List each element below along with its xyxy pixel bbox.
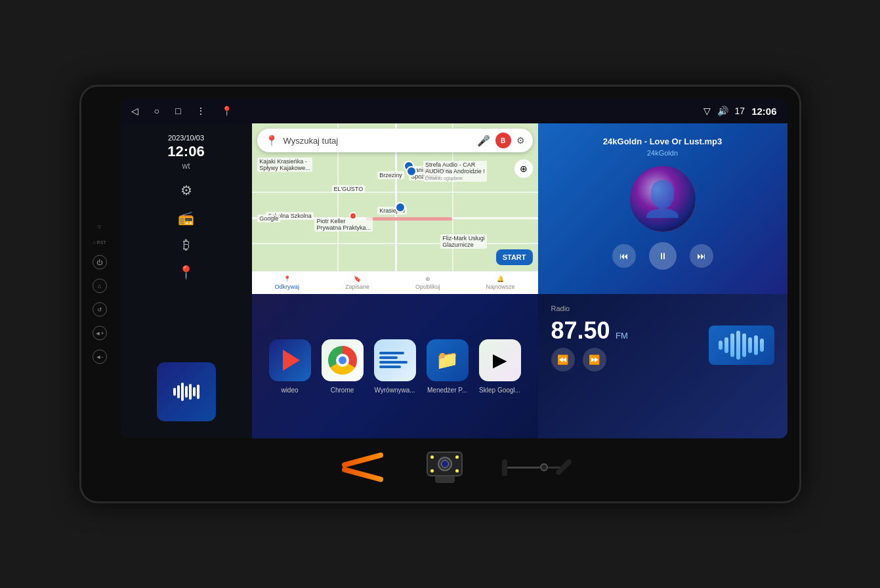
- map-label-brzeziny: Brzeziny: [377, 171, 404, 179]
- back-button[interactable]: ◁: [131, 106, 138, 116]
- map-pin-krasiejow: [395, 202, 406, 213]
- audio-cable: [502, 457, 566, 477]
- menu-button[interactable]: ⋮: [196, 106, 205, 116]
- backup-camera: [427, 452, 463, 483]
- najnowsze-label: Najnowsze: [486, 284, 514, 290]
- vol-up-button[interactable]: ◄+: [93, 326, 107, 341]
- settings-icon[interactable]: ⚙: [180, 182, 192, 198]
- maps-nav-odkrywaj[interactable]: 📍 Odkrywaj: [274, 276, 299, 290]
- music-widget[interactable]: [157, 362, 216, 421]
- equalizer-visual: [374, 346, 416, 373]
- radio-next-button[interactable]: ⏩: [583, 348, 606, 371]
- status-time: 12:06: [751, 106, 776, 117]
- bluetooth-icon[interactable]: ₿: [183, 238, 190, 253]
- radio-frequency-display: 87.50 FM: [551, 319, 700, 343]
- car-head-unit: ▽ ○ RST ⏻ ⌂ ↺ ◄+ ◄- ◁ ○ □ ⋮ 📍 ▽ 🔊 17 12:…: [79, 85, 801, 503]
- accessories-section: [121, 438, 787, 490]
- home-button[interactable]: ○: [154, 106, 159, 116]
- waveform-visual: [173, 382, 199, 402]
- maps-nav-opublikuj[interactable]: ⊕ Opublikuj: [415, 276, 440, 290]
- chrome-logo: [328, 346, 357, 375]
- folder-icon: 📁: [436, 349, 459, 371]
- mic-label: ▽: [98, 224, 101, 230]
- location-icon[interactable]: 📍: [178, 264, 194, 280]
- side-buttons: ▽ ○ RST ⏻ ⌂ ↺ ◄+ ◄-: [81, 224, 118, 364]
- map-start-button[interactable]: START: [496, 249, 533, 265]
- music-panel: 24kGoldn - Love Or Lust.mp3 24kGoldn 👤 ⏮…: [538, 123, 787, 294]
- cable-end-piece: [540, 463, 548, 471]
- map-compass-button[interactable]: ⊕: [514, 159, 533, 178]
- cable-plug-top: [502, 459, 507, 476]
- status-indicators: ▽ 🔊 17 12:06: [703, 106, 777, 117]
- power-button[interactable]: ⏻: [93, 255, 107, 270]
- app-sklep[interactable]: ▶ Sklep Googl...: [479, 339, 521, 394]
- maps-mic-icon[interactable]: 🎤: [477, 135, 490, 147]
- maps-nav-zapisane[interactable]: 🔖 Zapisane: [345, 276, 369, 290]
- pry-tool-2: [341, 467, 384, 483]
- radio-freq-value: 87.50: [551, 317, 610, 344]
- radio-freq-area: 87.50 FM ⏪ ⏩: [551, 319, 700, 371]
- maps-bottom-nav: 📍 Odkrywaj 🔖 Zapisane ⊕ Opublikuj 🔔 Najn…: [252, 271, 538, 294]
- play-triangle-icon: [283, 350, 300, 371]
- map-label-elgusto: EL'GUSTO: [332, 185, 366, 193]
- map-label-google: Google: [257, 215, 280, 222]
- music-title: 24kGoldn - Love Or Lust.mp3: [551, 136, 774, 146]
- app-sklep-icon: ▶: [479, 339, 521, 381]
- app-menedzer[interactable]: 📁 Menedżer P...: [427, 339, 469, 394]
- recent-button[interactable]: □: [175, 106, 180, 116]
- music-controls: ⏮ ⏸ ⏭: [551, 242, 774, 270]
- map-pin-red: [349, 212, 357, 220]
- wave-bar-4: [736, 331, 740, 360]
- led-4: [455, 469, 459, 472]
- nav-buttons: ◁ ○ □ ⋮ 📍: [131, 106, 233, 116]
- maps-avatar[interactable]: B: [495, 133, 511, 148]
- wave-bar-1: [719, 341, 723, 349]
- map-label-fliz: Fliz-Mark UsługiGlazurnicze: [440, 234, 487, 249]
- prev-button[interactable]: ⏮: [612, 244, 636, 268]
- camera-lens-inner: [441, 460, 449, 468]
- cable-wire-horiz: [507, 467, 540, 469]
- radio-sidebar-icon[interactable]: 📻: [178, 210, 194, 226]
- odkrywaj-icon: 📍: [283, 276, 291, 282]
- map-pin-2: [406, 166, 417, 177]
- map-label-strefa: Strefa Audio - CARAUDIO na Androidzie !O…: [423, 161, 487, 182]
- wave-bar-3: [730, 333, 734, 356]
- app-sklep-label: Sklep Googl...: [479, 387, 520, 394]
- wave-bar-2: [724, 337, 728, 353]
- zapisane-label: Zapisane: [345, 284, 369, 290]
- maps-nav-najnowsze[interactable]: 🔔 Najnowsze: [486, 276, 514, 290]
- radio-band-value: FM: [616, 331, 628, 341]
- app-chrome[interactable]: Chrome: [322, 339, 364, 394]
- radio-prev-button[interactable]: ⏪: [551, 348, 575, 371]
- home-side-button[interactable]: ⌂: [93, 279, 107, 293]
- app-chrome-icon: [322, 339, 364, 381]
- sidebar-clock: 12:06: [167, 143, 204, 160]
- volume-icon: 🔊: [717, 106, 728, 116]
- led-3: [430, 469, 434, 472]
- maps-settings-icon[interactable]: ⚙: [516, 135, 525, 146]
- najnowsze-icon: 🔔: [497, 276, 504, 282]
- led-2: [455, 455, 459, 459]
- radio-label: Radio: [551, 304, 774, 312]
- pause-button[interactable]: ⏸: [649, 242, 677, 270]
- app-wyrownywanie-label: Wyrównywa...: [374, 387, 415, 394]
- vol-down-button[interactable]: ◄-: [93, 350, 107, 364]
- music-artist: 24kGoldn: [551, 149, 774, 157]
- left-sidebar: 2023/10/03 12:06 wt ⚙ 📻 ₿ 📍: [121, 123, 252, 438]
- chrome-inner-circle: [336, 354, 349, 367]
- back-side-button[interactable]: ↺: [93, 303, 107, 317]
- wave-bar-7: [754, 335, 758, 356]
- status-bar: ◁ ○ □ ⋮ 📍 ▽ 🔊 17 12:06: [121, 98, 787, 123]
- app-wideo-label: wideo: [281, 387, 298, 394]
- apps-grid: wideo Chrome: [262, 339, 528, 394]
- maps-panel: Kajaki Krasieńka -Spływy Kajakowe... Dan…: [252, 123, 538, 294]
- wave-bar-5: [742, 333, 746, 356]
- wave-bar-6: [748, 337, 752, 353]
- pry-tool-group: [341, 457, 387, 477]
- app-wyrownywanie[interactable]: Wyrównywa...: [374, 339, 416, 394]
- next-button[interactable]: ⏭: [690, 244, 713, 268]
- maps-search-bar[interactable]: 📍 Wyszukaj tutaj 🎤 B ⚙: [257, 129, 533, 152]
- app-wideo[interactable]: wideo: [269, 339, 311, 394]
- app-chrome-label: Chrome: [331, 387, 354, 394]
- radio-wave-visualization: [709, 326, 774, 365]
